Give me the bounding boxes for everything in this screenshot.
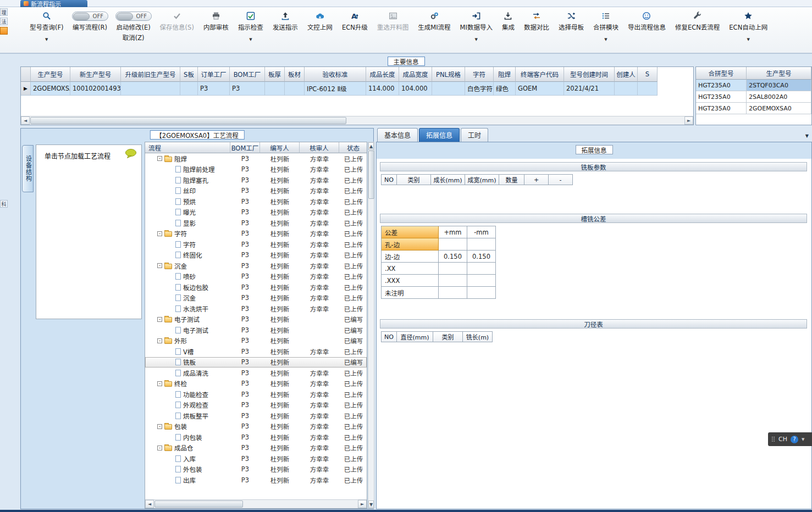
column-header[interactable]: 生产型号: [31, 67, 70, 82]
dropdown-caret-icon[interactable]: ▼: [747, 37, 750, 42]
cell[interactable]: [467, 275, 496, 287]
collapse-icon[interactable]: -: [157, 446, 162, 450]
cell[interactable]: 2021/4/21: [564, 82, 615, 96]
column-header[interactable]: 类别: [433, 332, 463, 342]
column-header[interactable]: 铣长(m): [463, 332, 493, 342]
ime-drag-handle-icon[interactable]: [771, 436, 775, 442]
tree-hscrollbar[interactable]: ◄ ►: [145, 499, 367, 508]
rail-item[interactable]: 理: [0, 8, 8, 16]
toolbar-button-data-compare[interactable]: 数据对比: [523, 10, 550, 32]
tree-row[interactable]: 成品清洗P3杜列新方幸幸已上传: [145, 368, 367, 379]
dropdown-caret-icon[interactable]: ▼: [475, 37, 478, 42]
toolbar-button-instruction-check[interactable]: 指示检查▼: [237, 10, 264, 43]
column-header[interactable]: 数量: [499, 175, 524, 185]
tree-row[interactable]: 字符P3杜列新方幸幸已上传: [145, 239, 367, 250]
cell[interactable]: [180, 82, 198, 96]
vscroll-thumb[interactable]: [368, 151, 374, 199]
panel-dropdown-icon[interactable]: ▼: [805, 133, 809, 138]
cell[interactable]: [121, 82, 180, 96]
cell[interactable]: IPC-6012 Ⅱ级: [305, 82, 366, 96]
table-row[interactable]: 边-边0.1500.150: [382, 251, 496, 263]
tree-row[interactable]: -电子测试P3杜列新已编写: [145, 314, 367, 325]
toolbar-button-ecn-auto-upload[interactable]: ECN自动上网▼: [728, 10, 769, 43]
column-header[interactable]: -: [549, 175, 573, 185]
cell[interactable]: 10010200149360: [70, 82, 121, 96]
column-header[interactable]: 型号创建时间: [564, 67, 615, 82]
tree-row[interactable]: -包装P3杜列新方幸幸已上传: [145, 421, 367, 432]
tree-row[interactable]: -外形P3杜列新已编写: [145, 336, 367, 347]
table-row[interactable]: HGT235A02STQF03CA0: [696, 80, 811, 91]
column-header[interactable]: 创建人: [615, 67, 638, 82]
tree-row[interactable]: 出库P3杜列新方幸幸已上传: [145, 475, 367, 486]
column-header[interactable]: PNL规格: [432, 67, 465, 82]
tree-row[interactable]: -阻焊P3杜列新方幸幸已上传: [145, 153, 367, 164]
tab-device-structure[interactable]: 设备结构: [22, 145, 34, 192]
toolbar-button-integrate[interactable]: 集成: [501, 10, 516, 32]
toolbar-button-model-query[interactable]: 型号查询(F)▼: [29, 10, 65, 43]
cell[interactable]: [439, 287, 467, 299]
tree-row[interactable]: -终检P3杜列新方幸幸已上传: [145, 379, 367, 389]
collapse-icon[interactable]: -: [157, 317, 162, 322]
cell[interactable]: [467, 287, 496, 299]
cell[interactable]: [638, 82, 658, 96]
toolbar-button-mi-data-import[interactable]: MI数据导入▼: [459, 10, 494, 43]
hscroll-thumb[interactable]: [30, 117, 346, 124]
cell[interactable]: 白色字符: [465, 82, 494, 96]
column-header[interactable]: 升级前旧生产型号: [121, 67, 180, 82]
toolbar-button-select-mother-board[interactable]: 选择母板: [557, 10, 585, 32]
scroll-left-icon[interactable]: ◄: [145, 500, 154, 508]
column-header[interactable]: 板材: [285, 67, 305, 82]
column-header[interactable]: S: [638, 67, 658, 82]
toggle-start-modify[interactable]: OFF: [115, 12, 152, 21]
tree-row[interactable]: 铣板P3杜列新已编写: [145, 357, 367, 368]
column-header[interactable]: 阻焊: [494, 67, 516, 82]
column-header[interactable]: 直径(mm): [397, 332, 433, 342]
scroll-right-icon[interactable]: ►: [358, 500, 367, 508]
toolbar-label-start-modify[interactable]: 启动修改(E): [116, 23, 150, 31]
scroll-left-icon[interactable]: ◄: [21, 116, 30, 125]
column-header[interactable]: 成品长度: [366, 67, 399, 82]
toolbar-button-export-process-info[interactable]: 导出流程信息: [627, 10, 667, 32]
chevron-down-icon[interactable]: ▼: [802, 437, 804, 442]
tree-row[interactable]: 阻焊塞孔P3杜列新方幸幸已上传: [145, 175, 367, 186]
toolbar-button-reselect-cutting-drawing[interactable]: 重选开料图: [376, 10, 410, 32]
tree-row[interactable]: 喷砂P3杜列新方幸幸已上传: [145, 271, 367, 282]
column-header[interactable]: NO: [382, 175, 397, 185]
tab-work-hours[interactable]: 工时: [461, 128, 488, 142]
tab-basic-info[interactable]: 基本信息: [377, 128, 418, 142]
tree-row[interactable]: 外包装P3杜列新方幸幸已上传: [145, 464, 367, 475]
column-header[interactable]: 状态: [339, 142, 367, 153]
tree-row[interactable]: 水洗烘干P3杜列新方幸幸已上传: [145, 303, 367, 314]
cell[interactable]: GOEM: [516, 82, 564, 96]
column-header[interactable]: 类别: [397, 175, 431, 185]
cell[interactable]: [432, 82, 465, 96]
cell[interactable]: P3: [230, 82, 265, 96]
rail-item[interactable]: 法: [0, 18, 8, 25]
tree-row[interactable]: 显影P3杜列新方幸幸已上传: [145, 218, 367, 229]
tree-row[interactable]: 终固化P3杜列新方幸幸已上传: [145, 250, 367, 261]
scroll-down-icon[interactable]: ▼: [368, 500, 374, 508]
column-header[interactable]: S板: [180, 67, 198, 82]
rail-item[interactable]: [0, 27, 8, 35]
column-header[interactable]: 生产型号: [747, 67, 811, 80]
column-header[interactable]: +: [524, 175, 549, 185]
ime-language-label[interactable]: CH: [778, 436, 787, 443]
dropdown-caret-icon[interactable]: ▼: [249, 37, 252, 42]
cell[interactable]: [285, 82, 305, 96]
toolbar-button-doc-control-upload[interactable]: 文控上网: [306, 10, 334, 32]
collapse-icon[interactable]: -: [157, 381, 162, 386]
column-header[interactable]: 成品宽度: [399, 67, 432, 82]
ime-language-bar[interactable]: CH ? ▼: [768, 432, 812, 446]
cell[interactable]: 0.150: [439, 251, 467, 263]
dropdown-caret-icon[interactable]: ▼: [45, 37, 48, 42]
main-table-hscrollbar[interactable]: ◄ ►: [21, 116, 693, 125]
table-row[interactable]: HGT235A02SAL8002A0: [696, 91, 811, 103]
table-row[interactable]: .XX: [382, 263, 496, 275]
column-header[interactable]: 板厚: [265, 67, 285, 82]
collapse-icon[interactable]: -: [157, 231, 162, 236]
scroll-right-icon[interactable]: ►: [684, 116, 693, 125]
toolbar-button-repair-ecn-lost-process[interactable]: 修复ECN丢流程: [674, 10, 721, 32]
cell[interactable]: 0.150: [467, 251, 496, 263]
collapse-icon[interactable]: -: [157, 338, 162, 343]
column-header[interactable]: 合拼型号: [696, 67, 747, 80]
